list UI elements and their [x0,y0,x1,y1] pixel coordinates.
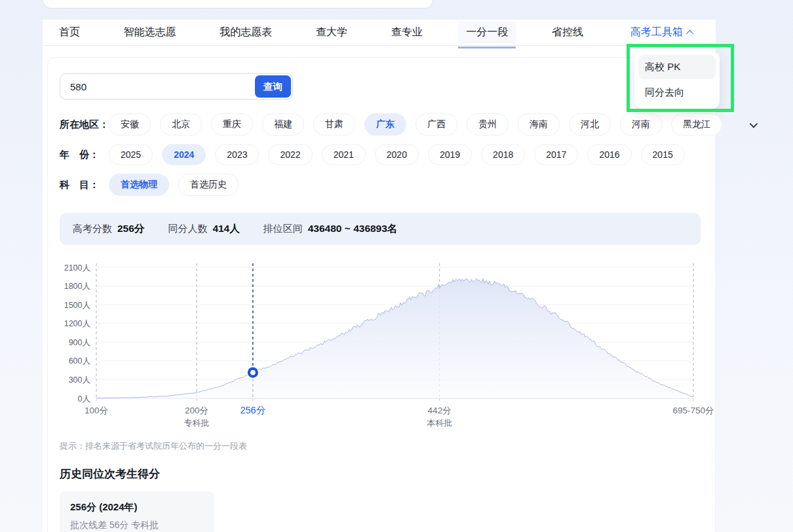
subject-label: 科 目： [60,179,108,191]
svg-text:2100人: 2100人 [64,263,91,273]
nav-toolbox-button[interactable]: 高考工具箱 [630,26,693,39]
year-label: 年 份： [60,149,108,161]
year-pill[interactable]: 2015 [641,144,685,165]
year-options: 2025202420232022202120202019201820172016… [109,144,694,165]
main-card: 查询 所在地区： 安徽北京重庆福建甘肃广东广西贵州海南河北河南黑龙江 年 份： … [47,57,716,532]
year-pill[interactable]: 2018 [481,144,525,165]
top-cutoff-panel [43,0,433,9]
year-pill[interactable]: 2022 [268,144,312,165]
svg-text:0人: 0人 [78,394,91,404]
toolbox-dropdown: 高校 PK同分去向 [634,51,720,109]
subject-filter-row: 科 目： 首选物理首选历史 [60,174,701,196]
stat-label: 排位区间 [263,223,303,235]
stat-value: 414人 [212,222,239,236]
svg-text:256分: 256分 [240,405,265,415]
nav-item[interactable]: 查专业 [383,21,431,44]
region-pill[interactable]: 北京 [160,113,202,136]
region-pill[interactable]: 福建 [262,113,304,136]
year-pill[interactable]: 2017 [534,144,578,165]
region-pill[interactable]: 重庆 [211,113,253,136]
region-options: 安徽北京重庆福建甘肃广东广西贵州海南河北河南黑龙江 [109,113,731,136]
stats-bar: 高考分数 256分 同分人数 414人 排位区间 436480 ~ 436893… [60,213,701,245]
nav-item[interactable]: 首页 [51,21,88,44]
stat-value: 256分 [117,222,144,236]
region-pill[interactable]: 黑龙江 [671,113,722,136]
region-pill[interactable]: 安徽 [109,113,151,136]
history-card-subtitle: 批次线差 56分 专科批 [70,520,204,531]
year-pill[interactable]: 2021 [322,144,366,165]
region-label: 所在地区： [60,119,108,131]
nav-item[interactable]: 一分一段 [458,21,516,44]
year-pill[interactable]: 2016 [587,144,631,165]
ranking-source-tip: 提示：排名来源于省考试院历年公布的一分一段表 [60,440,701,452]
search-button[interactable]: 查询 [255,75,291,98]
nav-items: 首页智能选志愿我的志愿表查大学查专业一分一段省控线 [51,21,591,44]
main-nav: 首页智能选志愿我的志愿表查大学查专业一分一段省控线 高考工具箱 [43,20,716,46]
year-pill[interactable]: 2024 [162,144,206,165]
svg-text:600人: 600人 [69,356,91,366]
score-search: 查询 [60,73,293,100]
region-filter-row: 所在地区： 安徽北京重庆福建甘肃广东广西贵州海南河北河南黑龙江 [60,113,701,136]
score-distribution-chart[interactable]: 0人300人600人900人1200人1500人1800人2100人100分20… [60,259,701,431]
stat-label: 同分人数 [168,223,207,235]
region-pill[interactable]: 河北 [569,113,611,136]
subject-options: 首选物理首选历史 [109,174,248,196]
stat-item: 排位区间 436480 ~ 436893名 [263,222,398,236]
chevron-up-icon [686,29,693,37]
year-pill[interactable]: 2025 [109,144,153,165]
svg-text:1500人: 1500人 [64,301,91,310]
year-pill[interactable]: 2019 [428,144,472,165]
svg-text:专科批: 专科批 [184,418,210,428]
nav-item[interactable]: 智能选志愿 [116,21,184,44]
svg-text:100分: 100分 [85,406,108,415]
toolbox-menu-item[interactable]: 高校 PK [638,55,716,79]
toolbox-menu-item[interactable]: 同分去向 [638,81,716,105]
svg-text:1800人: 1800人 [64,282,91,291]
svg-text:1200人: 1200人 [64,319,91,328]
history-section-title: 历史同位次考生得分 [60,466,701,482]
svg-text:200分: 200分 [185,406,208,415]
region-pill[interactable]: 广东 [364,113,406,136]
year-pill[interactable]: 2023 [215,144,259,165]
region-pill[interactable]: 广西 [416,113,457,136]
svg-text:本科批: 本科批 [427,418,452,428]
history-score-card[interactable]: 256分 (2024年) 批次线差 56分 专科批 [60,491,214,532]
nav-item[interactable]: 查大学 [308,21,355,44]
content-column: 首页智能选志愿我的志愿表查大学查专业一分一段省控线 高考工具箱 查询 所在地区：… [43,20,716,532]
subject-pill[interactable]: 首选历史 [178,174,239,196]
region-pill[interactable]: 海南 [518,113,560,136]
nav-item[interactable]: 我的志愿表 [212,21,280,44]
stat-item: 高考分数 256分 [73,222,144,236]
marker-point [249,369,257,377]
year-pill[interactable]: 2020 [375,144,419,165]
region-pill[interactable]: 贵州 [467,113,509,136]
subject-pill[interactable]: 首选物理 [109,174,169,196]
nav-item[interactable]: 省控线 [544,21,591,44]
region-pill[interactable]: 河南 [620,113,662,136]
chevron-down-icon[interactable] [750,119,758,128]
stat-item: 同分人数 414人 [168,222,239,236]
svg-text:695-750分: 695-750分 [672,406,714,415]
year-filter-row: 年 份： 20252024202320222021202020192018201… [60,144,701,165]
history-card-title: 256分 (2024年) [70,501,204,514]
region-pill[interactable]: 甘肃 [313,113,355,136]
stat-label: 高考分数 [73,223,112,235]
stat-value: 436480 ~ 436893名 [308,222,398,236]
nav-toolbox-label: 高考工具箱 [630,26,683,39]
svg-text:300人: 300人 [69,375,91,385]
svg-text:900人: 900人 [69,338,91,347]
svg-text:442分: 442分 [428,406,452,415]
